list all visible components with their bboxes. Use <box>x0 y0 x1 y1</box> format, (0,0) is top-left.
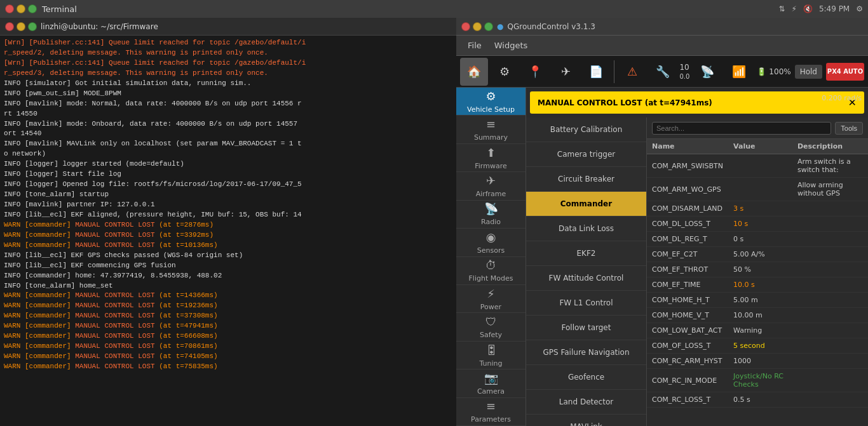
terminal-line: [Wrn] [Publisher.cc:141] Queue limit rea… <box>4 58 452 69</box>
terminal-line: WARN [commander] MANUAL CONTROL LOST (at… <box>4 352 452 362</box>
power-icon: ⚡ <box>487 287 495 300</box>
param-value[interactable]: 1000 <box>728 354 792 369</box>
terminal-content[interactable]: [Wrn] [Publisher.cc:141] Queue limit rea… <box>0 36 456 426</box>
table-row[interactable]: COM_RC_IN_MODEJoystick/No RC Checks <box>647 369 868 392</box>
component-item[interactable]: Camera trigger <box>526 142 646 167</box>
terminal-line: INFO [mavlink] mode: Onboard, data rate:… <box>4 119 452 130</box>
qgc-title-bar: ● QGroundControl v3.1.3 <box>456 18 868 36</box>
terminal-maximize-button[interactable] <box>28 22 37 31</box>
component-item[interactable]: Follow target <box>526 316 646 340</box>
settings-toolbar-button[interactable]: ⚙ <box>491 58 519 86</box>
table-row[interactable]: COM_DL_LOSS_T10 s <box>647 216 868 232</box>
param-description <box>792 201 868 216</box>
terminal-tb-buttons <box>5 22 37 31</box>
sidebar-item-camera[interactable]: 📷 Camera <box>456 369 526 397</box>
params-panel: Tools Name Value Description <box>647 117 868 426</box>
params-search-input[interactable] <box>652 122 831 135</box>
component-item[interactable]: Land Detector <box>526 390 646 415</box>
param-name: COM_LOW_BAT_ACT <box>647 323 728 338</box>
sidebar-item-sensors[interactable]: ◉ Sensors <box>456 229 526 256</box>
table-row[interactable]: COM_OF_LOSS_T5 second <box>647 338 868 354</box>
maximize-button[interactable] <box>28 4 37 13</box>
param-value[interactable] <box>728 154 792 178</box>
sidebar-item-parameters[interactable]: ≡ Parameters <box>456 398 526 426</box>
qgc-maximize-button[interactable] <box>484 22 493 31</box>
battery-icon: 🔋 <box>757 67 766 76</box>
sidebar-item-summary[interactable]: ≡ Summary <box>456 116 526 143</box>
table-row[interactable]: COM_RC_LOSS_T0.5 s <box>647 392 868 408</box>
send-toolbar-button[interactable]: ✈ <box>552 58 580 86</box>
component-item[interactable]: Geofence <box>526 365 646 390</box>
tools-button[interactable]: Tools <box>835 122 863 135</box>
component-item[interactable]: MAVLink <box>526 415 646 426</box>
terminal-minimize-button[interactable] <box>17 22 25 31</box>
component-item[interactable]: EKF2 <box>526 241 646 266</box>
hold-button[interactable]: Hold <box>795 65 822 79</box>
sidebar-item-firmware[interactable]: ⬆ Firmware <box>456 144 526 172</box>
component-item[interactable]: FW L1 Control <box>526 291 646 316</box>
terminal-line: INFO [simulator] Got initial simulation … <box>4 79 452 89</box>
terminal-line: INFO [logger] logger started (mode=defau… <box>4 159 452 170</box>
sidebar-item-safety[interactable]: 🛡 Safety <box>456 313 526 341</box>
menu-file[interactable]: File <box>461 41 488 50</box>
signal2-toolbar-button[interactable]: 📶 <box>725 58 753 86</box>
warning-toolbar-button[interactable]: ⚠ <box>618 58 646 86</box>
param-value[interactable]: 50 % <box>728 262 792 277</box>
param-value[interactable] <box>728 178 792 201</box>
qgc-minimize-button[interactable] <box>473 22 482 31</box>
sidebar-item-power[interactable]: ⚡ Power <box>456 285 526 313</box>
terminal-line: INFO [logger] Start file log <box>4 170 452 180</box>
param-value[interactable]: 3 s <box>728 201 792 216</box>
table-row[interactable]: COM_DL_REG_T0 s <box>647 232 868 247</box>
table-row[interactable]: COM_EF_THROT50 % <box>647 262 868 277</box>
param-value[interactable]: 10.0 s <box>728 277 792 293</box>
map-toolbar-button[interactable]: 📍 <box>521 58 549 86</box>
component-item[interactable]: Data Link Loss <box>526 216 646 241</box>
table-row[interactable]: COM_EF_C2T5.00 A/% <box>647 247 868 262</box>
qgc-menubar: File Widgets <box>456 36 868 56</box>
home-toolbar-button[interactable]: 🏠 <box>460 58 488 86</box>
terminal-line: WARN [commander] MANUAL CONTROL LOST (at… <box>4 301 452 311</box>
sidebar-safety-label: Safety <box>480 331 502 339</box>
param-value[interactable]: Joystick/No RC Checks <box>728 369 792 392</box>
terminal-close-button[interactable] <box>5 22 14 31</box>
sidebar-item-vehicle-setup[interactable]: ⚙ Vehicle Setup <box>456 88 526 116</box>
component-item[interactable]: GPS Failure Navigation <box>526 340 646 365</box>
tools-toolbar-button[interactable]: 🔧 <box>649 58 677 86</box>
param-value[interactable]: 10.00 m <box>728 308 792 323</box>
table-row[interactable]: COM_EF_TIME10.0 s <box>647 277 868 293</box>
param-value[interactable]: 10 s <box>728 216 792 232</box>
qgc-close-button[interactable] <box>461 22 470 31</box>
sidebar-parameters-label: Parameters <box>471 415 511 423</box>
param-description: Allow arming without GPS <box>792 178 868 201</box>
table-row[interactable]: COM_HOME_V_T10.00 m <box>647 308 868 323</box>
param-value[interactable]: Warning <box>728 323 792 338</box>
component-item[interactable]: Commander <box>526 192 646 216</box>
menu-widgets[interactable]: Widgets <box>488 41 534 50</box>
sidebar-item-airframe[interactable]: ✈ Airframe <box>456 172 526 200</box>
sidebar-item-tuning[interactable]: 🎛 Tuning <box>456 342 526 369</box>
param-value[interactable]: 5.00 A/% <box>728 247 792 262</box>
signal-toolbar-button[interactable]: 📡 <box>693 58 721 86</box>
component-item[interactable]: FW Attitude Control <box>526 266 646 291</box>
table-row[interactable]: COM_ARM_WO_GPSAllow arming without GPS <box>647 178 868 201</box>
minimize-button[interactable] <box>17 4 25 13</box>
component-item[interactable]: Circuit Breaker <box>526 167 646 192</box>
table-row[interactable]: COM_RC_ARM_HYST1000 <box>647 354 868 369</box>
param-value[interactable]: 5 second <box>728 338 792 354</box>
close-button[interactable] <box>5 4 14 13</box>
file-toolbar-button[interactable]: 📄 <box>582 58 610 86</box>
table-row[interactable]: COM_LOW_BAT_ACTWarning <box>647 323 868 338</box>
param-value[interactable]: 5.00 m <box>728 293 792 308</box>
table-row[interactable]: COM_DISARM_LAND3 s <box>647 201 868 216</box>
component-item[interactable]: Battery Calibration <box>526 117 646 142</box>
sidebar-radio-label: Radio <box>481 218 501 226</box>
table-row[interactable]: COM_HOME_H_T5.00 m <box>647 293 868 308</box>
param-value[interactable]: 0.5 s <box>728 392 792 408</box>
sidebar-item-flight-modes[interactable]: ⏱ Flight Modes <box>456 257 526 285</box>
param-value[interactable]: 0 s <box>728 232 792 247</box>
qgc-panel: ● QGroundControl v3.1.3 File Widgets 🏠 ⚙… <box>456 18 868 426</box>
terminal-line: INFO [mavlink] MAVLink only on localhost… <box>4 139 452 149</box>
sidebar-item-radio[interactable]: 📡 Radio <box>456 201 526 229</box>
table-row[interactable]: COM_ARM_SWISBTNArm switch is a switch th… <box>647 154 868 178</box>
